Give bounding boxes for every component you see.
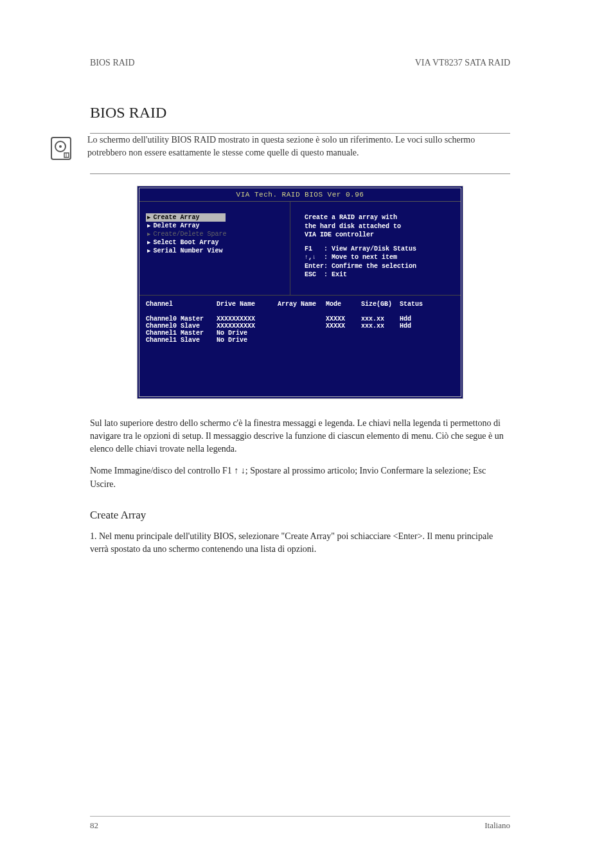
note-rule-bottom [90, 173, 510, 174]
sub-heading: Create Array [90, 508, 510, 524]
bios-menu: ▶Create Array ▶Delete Array ▶Create/Dele… [139, 202, 290, 295]
paragraph-2: Nome Immagine/disco del controllo F1 ↑ ↓… [90, 465, 510, 491]
page-number: 82 [90, 820, 98, 831]
footer-lang: Italiano [484, 820, 510, 831]
arrow-icon: ▶ [147, 231, 150, 238]
table-row: Channel1 Master No Drive [146, 330, 454, 337]
menu-create-array[interactable]: ▶Create Array [146, 213, 226, 222]
menu-serial-number-view[interactable]: ▶Serial Number View [146, 247, 283, 255]
menu-create-delete-spare[interactable]: ▶Create/Delete Spare [146, 230, 283, 238]
menu-delete-array[interactable]: ▶Delete Array [146, 222, 283, 230]
arrow-icon: ▶ [147, 222, 150, 229]
note-text: Lo schermo dell'utility BIOS RAID mostra… [87, 134, 510, 159]
table-header: Channel Drive Name Array Name Mode Size(… [146, 301, 454, 308]
header-left: BIOS RAID [90, 58, 135, 68]
table-row: Channel0 Master XXXXXXXXXX XXXXX xxx.xx … [146, 315, 454, 323]
svg-point-2 [59, 145, 62, 148]
table-row: Channel1 Slave No Drive [146, 337, 454, 344]
header-right: VIA VT8237 SATA RAID [415, 58, 510, 68]
table-row: Channel0 Slave XXXXXXXXXX XXXXX xxx.xx H… [146, 323, 454, 330]
hard-disk-icon [45, 134, 76, 164]
bios-table: Channel Drive Name Array Name Mode Size(… [139, 295, 461, 396]
section-title: BIOS RAID [90, 104, 510, 121]
paragraph-1: Sul lato superiore destro dello schermo … [90, 417, 510, 456]
bios-help: Create a RAID array with the hard disk a… [290, 202, 461, 295]
footer-rule [90, 816, 510, 817]
bios-title: VIA Tech. RAID BIOS Ver 0.96 [139, 188, 461, 201]
arrow-icon: ▶ [147, 247, 150, 254]
paragraph-3: 1. Nel menu principale dell'utility BIOS… [90, 530, 510, 556]
bios-screenshot: VIA Tech. RAID BIOS Ver 0.96 ▶Create Arr… [137, 186, 463, 399]
arrow-icon: ▶ [147, 214, 150, 221]
menu-select-boot-array[interactable]: ▶Select Boot Array [146, 238, 283, 247]
arrow-icon: ▶ [147, 239, 150, 246]
